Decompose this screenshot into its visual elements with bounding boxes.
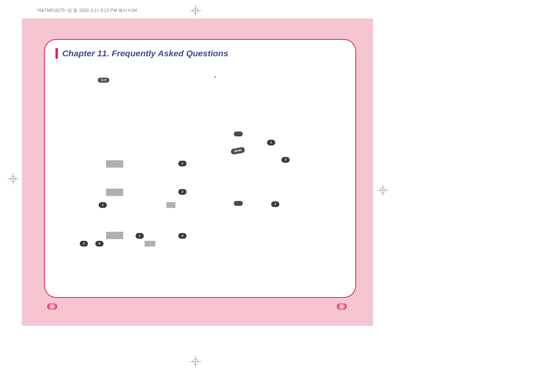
- registration-mark-top: [190, 5, 201, 16]
- menu-key-placeholder: [106, 189, 123, 196]
- page-number-left: [47, 303, 57, 310]
- nav-key-icon: [234, 131, 243, 136]
- menu-key-placeholder: [106, 232, 123, 239]
- title-marker: [55, 48, 58, 59]
- nav-key-icon: [234, 201, 243, 206]
- clr-key-icon: CLR: [98, 78, 109, 83]
- registration-mark-left: [7, 173, 19, 184]
- registration-mark-right: [377, 184, 389, 196]
- keypad-2-icon: 2: [178, 189, 187, 195]
- chapter-title-badge: Chapter 11. Frequently Asked Questions: [51, 46, 236, 60]
- keypad-1-icon: 1: [267, 140, 275, 145]
- registration-mark-bottom: [190, 356, 201, 367]
- menu-key-placeholder: [106, 160, 123, 168]
- keypad-2-icon: 2: [80, 241, 88, 247]
- chapter-title: Chapter 11. Frequently Asked Questions: [62, 48, 228, 58]
- keypad-4-icon: 4: [178, 233, 187, 239]
- content-panel: [44, 39, 356, 298]
- bullet-dot: [214, 76, 216, 78]
- keypad-3-icon: 3: [95, 241, 104, 247]
- ok-key-placeholder: [166, 202, 175, 208]
- keypad-1-icon: 1: [178, 161, 187, 166]
- keypad-2-icon: 2: [271, 201, 279, 207]
- ok-key-placeholder: [145, 241, 155, 247]
- keypad-3-icon: 3: [281, 157, 290, 163]
- keypad-1-icon: 1: [99, 202, 107, 208]
- keypad-1-icon: 1: [136, 233, 144, 239]
- header-meta: *0&TM510(75~영 문 2002.3.11 5:22 PM 페이지84: [37, 7, 137, 14]
- page-number-right: [337, 303, 347, 310]
